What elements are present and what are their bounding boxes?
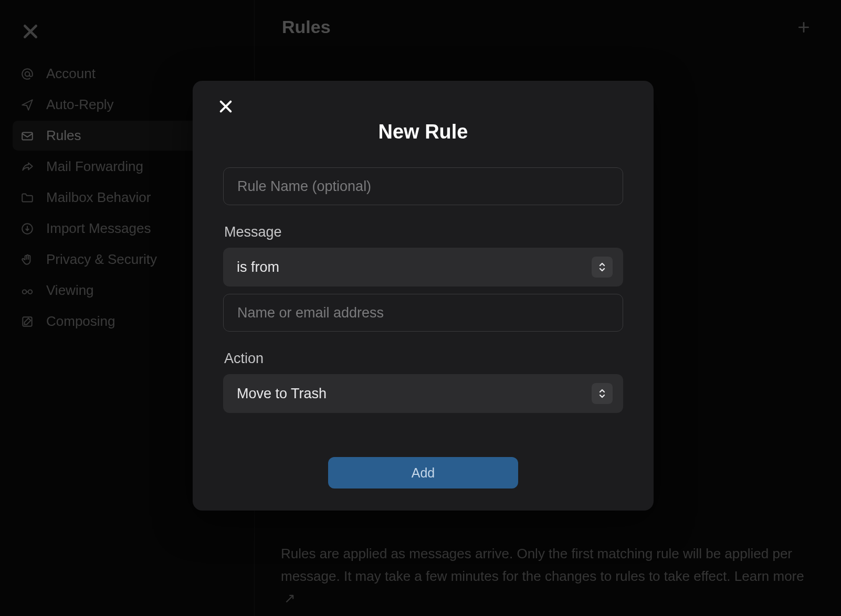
message-section-label: Message	[224, 224, 623, 240]
select-value: is from	[237, 259, 279, 275]
select-stepper-icon	[592, 257, 613, 278]
select-value: Move to Trash	[237, 386, 327, 402]
condition-type-select[interactable]: is from	[223, 248, 623, 286]
close-modal-button[interactable]	[216, 97, 236, 116]
close-icon	[218, 99, 233, 114]
new-rule-form: Message is from Action Move to Trash Add	[214, 167, 633, 488]
new-rule-modal: New Rule Message is from Action Move to …	[193, 81, 654, 511]
condition-value-input[interactable]	[223, 294, 623, 332]
add-rule-button[interactable]: Add	[328, 457, 518, 488]
action-select[interactable]: Move to Trash	[223, 374, 623, 413]
rule-name-input[interactable]	[223, 167, 623, 205]
modal-title: New Rule	[214, 121, 633, 143]
select-stepper-icon	[592, 383, 613, 404]
action-section-label: Action	[224, 351, 623, 367]
